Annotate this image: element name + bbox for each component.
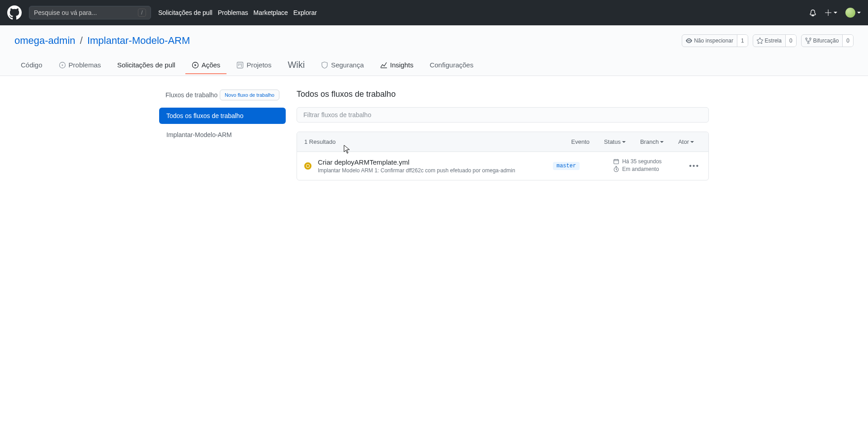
watch-count: 1 [737, 35, 748, 47]
project-icon [236, 62, 244, 69]
create-new-dropdown[interactable] [825, 9, 837, 16]
global-search[interactable]: / [29, 6, 151, 19]
tab-code[interactable]: Código [14, 57, 49, 74]
repo-tabs: Código Problemas Solicitações de pull Aç… [0, 55, 868, 76]
graph-icon [380, 62, 387, 69]
new-workflow-button[interactable]: Novo fluxo de trabalho [220, 90, 279, 100]
issue-icon [59, 62, 66, 69]
runs-table-header: 1 Resultado Evento Status Branch Ator [297, 132, 708, 152]
tab-security[interactable]: Segurança [315, 57, 370, 74]
svg-rect-4 [614, 160, 619, 164]
filter-actor-dropdown[interactable]: Ator [671, 138, 701, 145]
run-state: Em andamento [622, 166, 659, 172]
content: Fluxos de trabalho Novo fluxo de trabalh… [145, 76, 723, 194]
notifications-icon[interactable] [809, 9, 816, 16]
tab-pull-requests[interactable]: Solicitações de pull [111, 57, 181, 74]
star-icon [757, 38, 763, 44]
runs-table: 1 Resultado Evento Status Branch Ator Cr… [297, 132, 709, 180]
github-logo-icon[interactable] [7, 5, 22, 20]
calendar-icon [613, 158, 619, 165]
tab-settings[interactable]: Configurações [423, 57, 480, 74]
tab-issues[interactable]: Problemas [52, 57, 108, 74]
fork-button[interactable]: Bifurcação 0 [801, 34, 854, 47]
run-menu-button[interactable]: ••• [687, 161, 701, 171]
slash-key-hint: / [138, 9, 146, 17]
workflows-sidebar: Fluxos de trabalho Novo fluxo de trabalh… [159, 90, 286, 180]
svg-point-1 [61, 64, 63, 66]
avatar [845, 8, 855, 18]
sidebar-title: Fluxos de trabalho [165, 91, 217, 99]
col-event: Evento [564, 138, 597, 145]
search-input[interactable] [34, 9, 138, 16]
global-header: / Solicitações de pull Problemas Marketp… [0, 0, 868, 25]
result-count: 1 Resultado [304, 138, 335, 145]
run-subtitle: Implantar Modelo ARM 1: Confirmar dff262… [318, 167, 547, 174]
user-menu[interactable] [845, 8, 861, 18]
header-right [809, 8, 861, 18]
repo-sep: / [80, 35, 83, 46]
workflow-item-all[interactable]: Todos os fluxos de trabalho [159, 108, 286, 124]
star-button[interactable]: Estrela 0 [753, 34, 797, 47]
nav-issues[interactable]: Problemas [218, 9, 248, 16]
nav-pull-requests[interactable]: Solicitações de pull [158, 9, 212, 16]
tab-wiki[interactable]: Wiki [281, 55, 311, 76]
run-time: Há 35 segundos [622, 158, 661, 165]
eye-icon [686, 38, 692, 44]
repo-name-link[interactable]: Implantar-Modelo-ARM [87, 35, 190, 46]
plus-icon [825, 9, 832, 16]
filter-workflows-input[interactable] [297, 107, 709, 123]
tab-actions[interactable]: Ações [185, 57, 227, 74]
workflow-item-deploy-arm[interactable]: Implantar-Modelo-ARM [159, 127, 286, 143]
filter-branch-dropdown[interactable]: Branch [633, 138, 671, 145]
run-row: Criar deployARMTemplate.yml Implantar Mo… [297, 152, 708, 180]
repo-title: omega-admin / Implantar-Modelo-ARM [14, 35, 190, 47]
shield-icon [321, 62, 328, 69]
tab-insights[interactable]: Insights [374, 57, 420, 74]
repo-actions: Não inspecionar 1 Estrela 0 Bifurcação 0 [682, 34, 854, 47]
tab-projects[interactable]: Projetos [230, 57, 278, 74]
repo-header: omega-admin / Implantar-Modelo-ARM Não i… [0, 25, 868, 76]
fork-icon [805, 38, 811, 44]
branch-tag[interactable]: master [553, 162, 580, 170]
watch-button[interactable]: Não inspecionar 1 [682, 34, 748, 47]
play-icon [192, 62, 199, 69]
top-nav-links: Solicitações de pull Problemas Marketpla… [158, 9, 317, 16]
nav-explore[interactable]: Explorar [293, 9, 317, 16]
repo-owner-link[interactable]: omega-admin [14, 35, 75, 46]
stopwatch-icon [613, 166, 619, 172]
page-title: Todos os fluxos de trabalho [297, 90, 709, 99]
nav-marketplace[interactable]: Marketplace [254, 9, 288, 16]
fork-count: 0 [842, 35, 853, 47]
status-in-progress-icon [304, 162, 311, 170]
run-title-link[interactable]: Criar deployARMTemplate.yml [318, 158, 547, 166]
workflow-main: Todos os fluxos de trabalho 1 Resultado … [297, 90, 709, 180]
star-count: 0 [785, 35, 796, 47]
filter-status-dropdown[interactable]: Status [597, 138, 633, 145]
run-meta: Há 35 segundos Em andamento [613, 158, 681, 174]
